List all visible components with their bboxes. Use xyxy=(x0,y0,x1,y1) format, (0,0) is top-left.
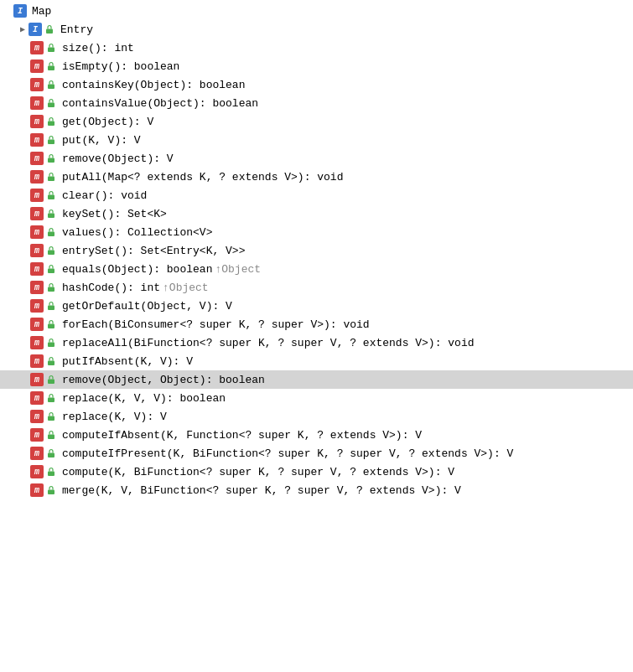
entry-lock-icon xyxy=(44,23,55,35)
method-item[interactable]: mentrySet(): Set<Entry<K, V>> xyxy=(0,241,633,260)
lock-icon xyxy=(45,134,57,146)
svg-rect-15 xyxy=(48,306,54,311)
lock-icon xyxy=(45,392,57,404)
method-item[interactable]: mmerge(K, V, BiFunction<? super K, ? sup… xyxy=(0,481,633,499)
lock-icon xyxy=(45,411,57,422)
entry-item[interactable]: ▶ I Entry xyxy=(0,20,633,39)
lock-icon xyxy=(45,466,57,478)
lock-icon xyxy=(45,447,57,459)
method-label: get(Object): V xyxy=(62,116,153,128)
method-item[interactable]: mcomputeIfPresent(K, BiFunction<? super … xyxy=(0,444,633,463)
svg-rect-0 xyxy=(46,29,53,34)
method-item[interactable]: mreplaceAll(BiFunction<? super K, ? supe… xyxy=(0,333,633,352)
method-icon: m xyxy=(30,244,44,257)
lock-icon xyxy=(45,189,57,201)
entry-chevron[interactable]: ▶ xyxy=(17,23,29,35)
lock-icon xyxy=(45,208,57,220)
method-label: containsValue(Object): boolean xyxy=(62,97,258,110)
method-icon: m xyxy=(30,170,44,184)
svg-rect-22 xyxy=(48,435,54,440)
method-label: compute(K, BiFunction<? super K, ? super… xyxy=(62,466,454,478)
method-label: putIfAbsent(K, V): V xyxy=(62,355,193,368)
method-item[interactable]: mget(Object): V xyxy=(0,112,633,131)
method-item[interactable]: mcontainsValue(Object): boolean xyxy=(0,94,633,112)
method-item[interactable]: mkeySet(): Set<K> xyxy=(0,204,633,223)
method-icon: m xyxy=(30,133,44,147)
entry-label: Entry xyxy=(60,23,93,36)
method-icon: m xyxy=(30,465,44,478)
method-label: replace(K, V): V xyxy=(62,411,167,423)
tree-container: I Map ▶ I Entry msize(): intmisEmpty(): … xyxy=(0,0,633,501)
svg-rect-21 xyxy=(48,416,54,421)
lock-icon xyxy=(45,152,57,164)
method-item[interactable]: mequals(Object): boolean ↑Object xyxy=(0,260,633,278)
method-label: size(): int xyxy=(62,42,134,54)
method-icon: m xyxy=(30,41,44,54)
method-icon: m xyxy=(30,281,44,294)
method-item[interactable]: mgetOrDefault(Object, V): V xyxy=(0,297,633,315)
method-item[interactable]: mputAll(Map<? extends K, ? extends V>): … xyxy=(0,168,633,186)
method-item[interactable]: mremove(Object, Object): boolean xyxy=(0,370,633,389)
method-icon: m xyxy=(30,428,44,442)
svg-rect-18 xyxy=(48,361,54,366)
method-icon: m xyxy=(30,354,44,368)
method-label: merge(K, V, BiFunction<? super K, ? supe… xyxy=(62,484,461,497)
lock-icon xyxy=(45,171,57,183)
method-label: replaceAll(BiFunction<? super K, ? super… xyxy=(62,337,474,349)
svg-rect-23 xyxy=(48,453,54,458)
method-item[interactable]: mcomputeIfAbsent(K, Function<? super K, … xyxy=(0,426,633,444)
method-item[interactable]: mvalues(): Collection<V> xyxy=(0,223,633,241)
method-item[interactable]: mclear(): void xyxy=(0,186,633,204)
method-item[interactable]: mreplace(K, V): V xyxy=(0,407,633,426)
method-icon: m xyxy=(30,391,44,405)
svg-rect-14 xyxy=(48,287,54,292)
method-icon: m xyxy=(30,410,44,423)
chevron-placeholder xyxy=(2,5,13,17)
method-item[interactable]: misEmpty(): boolean xyxy=(0,57,633,75)
method-icon: m xyxy=(30,189,44,202)
method-label: computeIfAbsent(K, Function<? super K, ?… xyxy=(62,429,422,442)
method-item[interactable]: mputIfAbsent(K, V): V xyxy=(0,352,633,370)
lock-icon xyxy=(45,226,57,238)
method-label: entrySet(): Set<Entry<K, V>> xyxy=(62,245,245,257)
svg-rect-8 xyxy=(48,177,54,182)
svg-rect-17 xyxy=(48,343,54,348)
method-label: computeIfPresent(K, BiFunction<? super K… xyxy=(62,447,513,460)
methods-list: msize(): intmisEmpty(): booleanmcontains… xyxy=(0,39,633,499)
method-item[interactable]: mhashCode(): int ↑Object xyxy=(0,278,633,297)
svg-rect-19 xyxy=(48,380,54,385)
svg-rect-16 xyxy=(48,324,54,329)
lock-icon xyxy=(45,282,57,293)
method-label: isEmpty(): boolean xyxy=(62,60,179,73)
method-item[interactable]: mremove(Object): V xyxy=(0,149,633,168)
method-label: clear(): void xyxy=(62,189,147,202)
method-item[interactable]: mcompute(K, BiFunction<? super K, ? supe… xyxy=(0,463,633,481)
lock-icon xyxy=(45,42,57,54)
method-item[interactable]: mput(K, V): V xyxy=(0,131,633,149)
lock-icon xyxy=(45,245,57,256)
method-item[interactable]: msize(): int xyxy=(0,39,633,57)
lock-icon xyxy=(45,60,57,72)
lock-icon xyxy=(45,355,57,367)
method-label: putAll(Map<? extends K, ? extends V>): v… xyxy=(62,171,343,184)
lock-icon xyxy=(45,374,57,385)
lock-icon xyxy=(45,263,57,275)
lock-icon xyxy=(45,116,57,127)
svg-rect-3 xyxy=(48,85,54,90)
map-header-item[interactable]: I Map xyxy=(0,2,633,20)
method-icon: m xyxy=(30,59,44,73)
method-label: remove(Object): V xyxy=(62,152,174,165)
svg-rect-13 xyxy=(48,269,54,274)
lock-icon xyxy=(45,429,57,441)
method-icon: m xyxy=(30,78,44,91)
svg-rect-24 xyxy=(48,472,54,477)
method-icon: m xyxy=(30,318,44,331)
method-item[interactable]: mreplace(K, V, V): boolean xyxy=(0,389,633,407)
method-label: getOrDefault(Object, V): V xyxy=(62,300,232,313)
svg-rect-25 xyxy=(48,490,54,495)
method-label: hashCode(): int xyxy=(62,282,160,294)
method-item[interactable]: mcontainsKey(Object): boolean xyxy=(0,75,633,94)
method-item[interactable]: mforEach(BiConsumer<? super K, ? super V… xyxy=(0,315,633,333)
method-icon: m xyxy=(30,447,44,460)
method-label: containsKey(Object): boolean xyxy=(62,79,245,91)
